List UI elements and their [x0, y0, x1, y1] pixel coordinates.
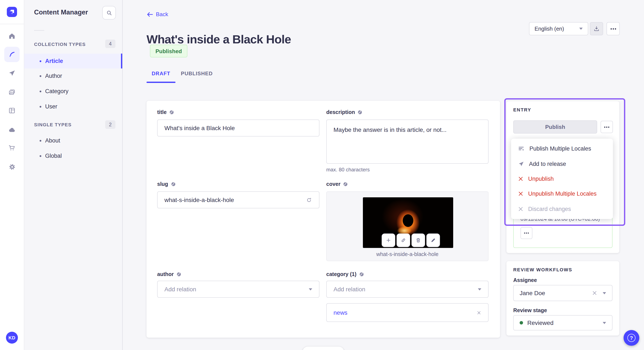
marketplace-cart-icon[interactable] [4, 140, 20, 156]
sidebar-item-label: Article [45, 58, 63, 64]
bullet-icon [40, 106, 41, 107]
section-single-types: SINGLE TYPES [34, 122, 72, 127]
chevron-down-icon [603, 322, 606, 324]
category-relation-item: news [326, 303, 488, 322]
publish-button[interactable]: Publish [513, 120, 597, 134]
regenerate-icon[interactable] [306, 197, 312, 203]
sidebar-item-article[interactable]: Article [24, 54, 122, 68]
release-more-button[interactable] [520, 227, 532, 239]
menu-item-unpublish-multiple-locales[interactable]: Unpublish Multiple Locales [511, 186, 613, 201]
export-button[interactable] [590, 22, 603, 35]
tab-draft[interactable]: DRAFT [146, 69, 176, 78]
user-avatar[interactable]: KD [6, 332, 18, 344]
slug-input[interactable]: what-s-inside-a-black-hole [157, 191, 320, 208]
header-more-button[interactable] [606, 22, 620, 35]
list-plus-icon [518, 145, 525, 152]
sidebar-item-user[interactable]: User [24, 99, 122, 114]
entry-form-card: title What's inside a Black Hole descrip… [146, 101, 500, 338]
tab-published[interactable]: PUBLISHED [180, 69, 213, 78]
content-type-builder-icon[interactable] [4, 103, 20, 118]
content-manager-feather-icon[interactable] [4, 47, 20, 62]
clear-assignee-icon[interactable] [592, 291, 597, 296]
media-library-icon[interactable] [4, 85, 20, 100]
help-button[interactable]: ? [624, 330, 639, 346]
description-textarea[interactable]: Maybe the answer is in this article, or … [326, 120, 488, 164]
back-label: Back [156, 11, 168, 17]
description-field-label: description [326, 109, 363, 115]
slug-field-label: slug [157, 181, 176, 187]
stage-value: Reviewed [527, 319, 554, 326]
question-mark-icon: ? [628, 334, 636, 342]
cover-caption: what-s-inside-a-black-hole [327, 251, 488, 257]
sidebar-item-label: About [45, 137, 60, 144]
chevron-down-icon [603, 292, 606, 294]
sidebar-item-label: Global [45, 153, 62, 159]
back-arrow-icon [147, 12, 153, 17]
field-label-text: cover [326, 181, 340, 187]
tab-active-underline [146, 82, 176, 83]
app-viewport: KD Content Manager COLLECTION TYPES 4 Ar… [0, 0, 644, 350]
locale-value: English (en) [534, 25, 564, 32]
strapi-logo-icon[interactable] [7, 7, 17, 17]
review-stage-label: Review stage [513, 308, 547, 313]
sidebar-item-label: User [45, 103, 57, 110]
cross-icon [518, 176, 524, 181]
globe-icon [343, 181, 348, 187]
bullet-icon [40, 140, 41, 141]
cross-icon [518, 191, 524, 197]
delete-media-button[interactable] [412, 233, 425, 247]
bullet-icon [40, 75, 41, 77]
collection-types-count-badge: 4 [105, 39, 116, 48]
author-field-label: author [157, 271, 182, 277]
category-relation-select[interactable]: Add relation [326, 281, 488, 298]
field-label-text: title [157, 109, 166, 115]
sidebar-item-label: Category [45, 88, 68, 94]
assignee-combobox[interactable]: Jane Doe [513, 285, 612, 301]
add-media-button[interactable] [382, 233, 395, 247]
releases-plane-icon[interactable] [4, 65, 20, 81]
download-icon [593, 25, 600, 32]
menu-item-publish-multiple-locales[interactable]: Publish Multiple Locales [511, 141, 613, 156]
chevron-down-icon [478, 288, 481, 290]
remove-relation-icon[interactable] [476, 310, 481, 315]
sidebar-item-author[interactable]: Author [24, 68, 122, 83]
sidebar-item-global[interactable]: Global [24, 149, 122, 163]
home-icon[interactable] [4, 28, 20, 44]
relation-news-link[interactable]: news [334, 309, 347, 316]
search-icon [106, 9, 112, 16]
sidebar-item-about[interactable]: About [24, 133, 122, 148]
menu-item-add-to-release[interactable]: Add to release [511, 156, 613, 172]
entry-more-button[interactable] [600, 121, 613, 133]
globe-icon [169, 110, 174, 115]
search-button[interactable] [102, 6, 116, 19]
more-dots-icon [524, 232, 529, 234]
field-label-text: description [326, 109, 355, 115]
plus-icon [386, 237, 392, 243]
title-input[interactable]: What's inside a Black Hole [157, 120, 320, 137]
cross-icon [518, 206, 524, 212]
link-icon [400, 237, 406, 243]
menu-item-label: Unpublish [528, 176, 554, 182]
publish-actions-menu: Publish Multiple Locales Add to release … [511, 139, 613, 219]
paper-plane-icon [518, 161, 524, 167]
back-link[interactable]: Back [147, 11, 168, 17]
entry-panel-heading: ENTRY [513, 107, 531, 112]
menu-item-label: Unpublish Multiple Locales [528, 191, 596, 197]
locale-select[interactable]: English (en) [529, 22, 588, 35]
settings-gear-icon[interactable] [4, 159, 20, 174]
author-relation-select[interactable]: Add relation [157, 281, 320, 298]
globe-icon [176, 272, 182, 277]
deploy-cloud-icon[interactable] [4, 122, 20, 137]
copy-link-button[interactable] [396, 233, 410, 247]
review-stage-select[interactable]: Reviewed [513, 315, 612, 331]
edit-media-button[interactable] [426, 233, 440, 247]
sidebar-item-category[interactable]: Category [24, 84, 122, 99]
menu-item-discard-changes[interactable]: Discard changes [511, 201, 613, 216]
chevron-down-icon [579, 28, 583, 30]
globe-icon [170, 181, 176, 187]
bottom-floating-widget[interactable] [302, 347, 344, 350]
slug-input-value: what-s-inside-a-black-hole [164, 196, 234, 203]
menu-item-unpublish[interactable]: Unpublish [511, 172, 613, 186]
menu-item-label: Add to release [529, 161, 566, 167]
title-input-value: What's inside a Black Hole [164, 125, 235, 131]
